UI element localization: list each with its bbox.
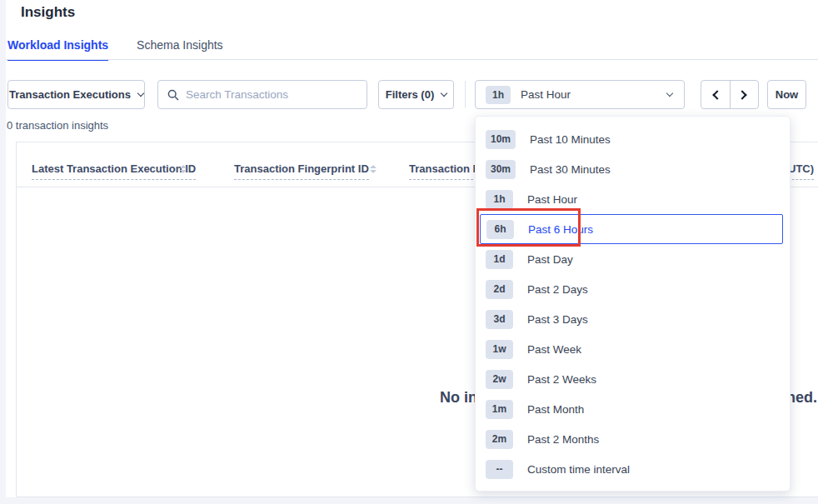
insights-count: 0 transaction insights bbox=[7, 119, 108, 132]
sort-icon[interactable] bbox=[180, 165, 187, 173]
time-interval-label: Past Hour bbox=[521, 88, 571, 101]
time-option-past-week[interactable]: 1wPast Week bbox=[476, 334, 790, 364]
chevron-down-icon bbox=[441, 90, 447, 97]
now-button[interactable]: Now bbox=[767, 80, 806, 109]
chevron-right-icon bbox=[738, 90, 747, 99]
time-option-label: Past 2 Days bbox=[527, 283, 588, 296]
time-option-badge: 2d bbox=[486, 280, 513, 299]
time-option-label: Past 30 Minutes bbox=[530, 163, 611, 176]
time-option-past-month[interactable]: 1mPast Month bbox=[476, 394, 790, 424]
chevron-down-icon bbox=[666, 90, 673, 97]
time-option-past-2-days[interactable]: 2dPast 2 Days bbox=[476, 274, 790, 304]
page-title: Insights bbox=[21, 4, 75, 21]
time-option-past-6-hours[interactable]: 6hPast 6 Hours bbox=[480, 214, 783, 244]
tab-divider bbox=[6, 59, 818, 60]
tab-bar: Workload InsightsSchema Insights bbox=[7, 38, 223, 61]
time-option-past-30-minutes[interactable]: 30mPast 30 Minutes bbox=[476, 154, 790, 184]
time-option-past-hour[interactable]: 1hPast Hour bbox=[476, 184, 790, 214]
time-option-past-2-months[interactable]: 2mPast 2 Months bbox=[476, 424, 790, 454]
insights-page: Insights Workload InsightsSchema Insight… bbox=[0, 0, 818, 504]
time-option-badge: 1h bbox=[486, 190, 513, 209]
time-option-label: Past Day bbox=[527, 253, 573, 266]
time-option-label: Past 3 Days bbox=[527, 313, 588, 326]
time-option-past-day[interactable]: 1dPast Day bbox=[476, 244, 790, 274]
transaction-type-label: Transaction Executions bbox=[9, 88, 131, 101]
time-option-label: Past 2 Months bbox=[527, 433, 599, 446]
time-option-badge: 3d bbox=[486, 310, 513, 329]
time-option-label: Past 2 Weeks bbox=[527, 373, 596, 386]
time-interval-select[interactable]: 1h Past Hour bbox=[475, 80, 685, 109]
filters-label: Filters (0) bbox=[386, 88, 435, 101]
time-option-past-10-minutes[interactable]: 10mPast 10 Minutes bbox=[476, 124, 790, 154]
time-option-label: Past Month bbox=[527, 403, 584, 416]
time-option-badge: 2m bbox=[486, 430, 513, 449]
toolbar-divider bbox=[465, 81, 466, 108]
time-interval-dropdown: 10mPast 10 Minutes30mPast 30 Minutes1hPa… bbox=[475, 116, 791, 492]
time-option-custom-time-interval[interactable]: --Custom time interval bbox=[476, 454, 790, 484]
time-option-label: Past 10 Minutes bbox=[530, 133, 611, 146]
time-option-past-2-weeks[interactable]: 2wPast 2 Weeks bbox=[476, 364, 790, 394]
sort-icon[interactable] bbox=[370, 165, 377, 173]
time-nav-group bbox=[701, 80, 759, 109]
search-input[interactable] bbox=[186, 88, 367, 101]
chevron-left-icon bbox=[712, 90, 721, 99]
time-option-label: Custom time interval bbox=[527, 463, 630, 476]
time-option-label: Past Hour bbox=[527, 193, 577, 206]
column-header[interactable]: Latest Transaction Execution ID bbox=[32, 162, 196, 180]
time-option-badge: 1m bbox=[486, 400, 513, 419]
time-option-badge: 10m bbox=[486, 130, 516, 149]
empty-state-text-fragment: ned. bbox=[786, 389, 817, 407]
previous-interval-button[interactable] bbox=[701, 81, 731, 108]
time-option-label: Past 6 Hours bbox=[528, 223, 593, 236]
chevron-down-icon bbox=[137, 90, 144, 97]
time-option-badge: 6h bbox=[486, 220, 514, 239]
tab-schema-insights[interactable]: Schema Insights bbox=[137, 38, 223, 61]
time-option-badge: -- bbox=[486, 460, 513, 479]
time-interval-badge: 1h bbox=[486, 86, 511, 104]
time-option-badge: 1d bbox=[486, 250, 513, 269]
column-header[interactable]: Transaction Fingerprint ID bbox=[234, 162, 369, 180]
tab-workload-insights[interactable]: Workload Insights bbox=[7, 38, 108, 61]
time-option-badge: 2w bbox=[486, 370, 513, 389]
now-label: Now bbox=[776, 88, 798, 101]
time-option-badge: 1w bbox=[486, 340, 513, 359]
time-option-badge: 30m bbox=[486, 160, 516, 179]
search-icon bbox=[167, 89, 179, 101]
transaction-type-select[interactable]: Transaction Executions bbox=[7, 80, 145, 109]
search-box[interactable] bbox=[157, 80, 367, 109]
time-option-label: Past Week bbox=[527, 343, 581, 356]
empty-state-text-fragment: No in bbox=[440, 389, 477, 407]
next-interval-button[interactable] bbox=[731, 81, 759, 108]
column-header-utc-fragment: UTC) bbox=[788, 162, 814, 180]
filters-button[interactable]: Filters (0) bbox=[378, 80, 454, 109]
time-option-past-3-days[interactable]: 3dPast 3 Days bbox=[476, 304, 790, 334]
